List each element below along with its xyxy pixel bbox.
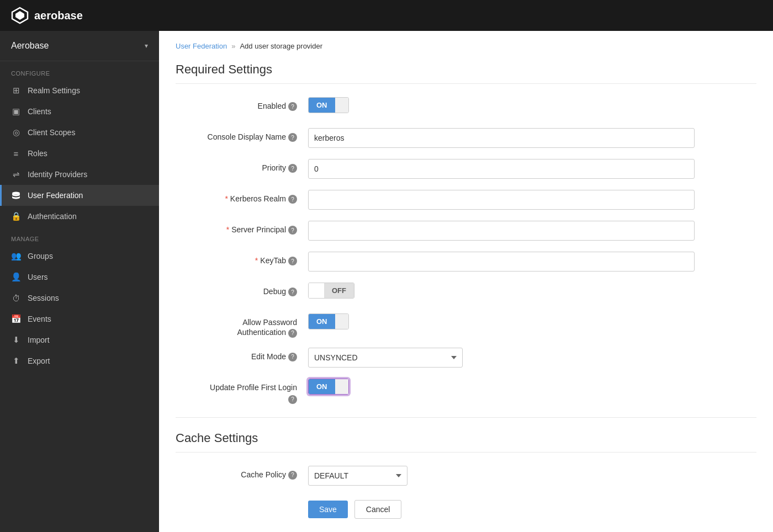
cache-policy-help-icon[interactable]: ? xyxy=(288,471,297,480)
cache-policy-label: Cache Policy ? xyxy=(176,466,308,480)
allow-password-auth-help-icon[interactable]: ? xyxy=(288,329,297,338)
form-row-enabled: Enabled ? ON xyxy=(176,97,756,118)
server-principal-label: * Server Principal ? xyxy=(176,221,308,235)
required-settings-title: Required Settings xyxy=(176,62,756,84)
priority-input[interactable] xyxy=(308,159,695,179)
enabled-toggle[interactable]: ON xyxy=(308,97,349,113)
svg-point-2 xyxy=(12,192,20,195)
form-row-keytab: * KeyTab ? xyxy=(176,252,756,273)
debug-toggle-off-label: OFF xyxy=(324,283,354,298)
buttons-spacer xyxy=(176,500,308,504)
allow-password-auth-toggle-on: ON xyxy=(309,314,335,329)
cache-policy-select[interactable]: DEFAULT EVICT_WEEKLY EVICT_DAILY MAX_LIF… xyxy=(308,466,407,486)
form-row-edit-mode: Edit Mode ? UNSYNCED READ_ONLY WRITABLE xyxy=(176,348,756,369)
sidebar-item-label: Identity Providers xyxy=(28,170,87,179)
allow-password-auth-toggle[interactable]: ON xyxy=(308,313,349,329)
sidebar-item-roles[interactable]: ≡ Roles xyxy=(0,143,159,164)
exchange-icon: ⇌ xyxy=(11,169,21,179)
edit-mode-select[interactable]: UNSYNCED READ_ONLY WRITABLE xyxy=(308,348,463,368)
sidebar-item-client-scopes[interactable]: ◎ Client Scopes xyxy=(0,122,159,143)
update-profile-help-icon[interactable]: ? xyxy=(288,395,297,404)
kerberos-realm-help-icon[interactable]: ? xyxy=(288,195,297,204)
logo-container: aerobase xyxy=(11,7,83,24)
kerberos-realm-input[interactable] xyxy=(308,190,695,210)
server-principal-input[interactable] xyxy=(308,221,695,241)
sidebar-item-groups[interactable]: 👥 Groups xyxy=(0,246,159,267)
main-layout: Aerobase ▾ Configure ⊞ Realm Settings ▣ … xyxy=(0,31,773,532)
logo-text: aerobase xyxy=(34,9,83,22)
sidebar-item-users[interactable]: 👤 Users xyxy=(0,267,159,288)
form-row-server-principal: * Server Principal ? xyxy=(176,221,756,242)
edit-mode-label: Edit Mode ? xyxy=(176,348,308,361)
sidebar-item-events[interactable]: 📅 Events xyxy=(0,308,159,329)
console-display-name-input[interactable] xyxy=(308,128,695,148)
sidebar-item-clients[interactable]: ▣ Clients xyxy=(0,101,159,122)
manage-section-label: Manage xyxy=(0,227,159,246)
download-icon: ⬇ xyxy=(11,335,21,345)
sidebar-item-import[interactable]: ⬇ Import xyxy=(0,329,159,350)
update-profile-first-login-toggle[interactable]: ON xyxy=(308,379,349,395)
breadcrumb: User Federation » Add user storage provi… xyxy=(159,31,773,57)
console-display-name-help-icon[interactable]: ? xyxy=(288,133,297,142)
sidebar-item-user-federation[interactable]: User Federation xyxy=(0,185,159,206)
breadcrumb-link[interactable]: User Federation xyxy=(176,42,227,50)
upload-icon: ⬆ xyxy=(11,356,21,366)
form-row-allow-password-auth: Allow Password Authentication ? ON xyxy=(176,313,756,338)
cache-settings-title: Cache Settings xyxy=(176,431,756,453)
debug-toggle[interactable]: OFF xyxy=(308,283,354,299)
required-asterisk: * xyxy=(225,194,227,203)
buttons-control: Save Cancel xyxy=(308,500,695,519)
content-area: User Federation » Add user storage provi… xyxy=(159,31,773,532)
cache-policy-control: DEFAULT EVICT_WEEKLY EVICT_DAILY MAX_LIF… xyxy=(308,466,695,486)
form-row-buttons: Save Cancel xyxy=(176,500,756,521)
priority-help-icon[interactable]: ? xyxy=(288,164,297,173)
enabled-label: Enabled ? xyxy=(176,97,308,111)
edit-mode-control: UNSYNCED READ_ONLY WRITABLE xyxy=(308,348,695,368)
allow-password-auth-toggle-off xyxy=(335,314,348,329)
keytab-input[interactable] xyxy=(308,252,695,272)
kerberos-realm-control xyxy=(308,190,695,210)
share-icon: ◎ xyxy=(11,127,21,137)
form-row-debug: Debug ? OFF xyxy=(176,283,756,304)
sidebar: Aerobase ▾ Configure ⊞ Realm Settings ▣ … xyxy=(0,31,159,532)
enabled-help-icon[interactable]: ? xyxy=(288,102,297,111)
realm-name: Aerobase xyxy=(11,41,49,51)
save-button[interactable]: Save xyxy=(308,501,348,518)
update-profile-toggle-on: ON xyxy=(309,379,335,394)
id-card-icon: ▣ xyxy=(11,107,21,116)
sidebar-item-export[interactable]: ⬆ Export xyxy=(0,350,159,371)
realm-selector[interactable]: Aerobase ▾ xyxy=(0,31,159,61)
sidebar-item-label: Events xyxy=(28,315,51,323)
users-icon: 👥 xyxy=(11,251,21,261)
keytab-control xyxy=(308,252,695,272)
sidebar-item-authentication[interactable]: 🔒 Authentication xyxy=(0,206,159,227)
required-asterisk: * xyxy=(226,225,229,234)
keytab-help-icon[interactable]: ? xyxy=(288,257,297,265)
sidebar-item-label: Realm Settings xyxy=(28,86,80,95)
sidebar-item-label: Export xyxy=(28,357,50,365)
debug-label: Debug ? xyxy=(176,283,308,296)
cancel-button[interactable]: Cancel xyxy=(354,500,402,519)
debug-help-icon[interactable]: ? xyxy=(288,288,297,296)
update-profile-first-login-label: Update Profile First Login ? xyxy=(176,379,308,404)
console-display-name-label: Console Display Name ? xyxy=(176,128,308,142)
allow-password-auth-control: ON xyxy=(308,313,695,329)
breadcrumb-current: Add user storage provider xyxy=(240,42,322,50)
server-principal-help-icon[interactable]: ? xyxy=(288,226,297,235)
sidebar-item-sessions[interactable]: ⏱ Sessions xyxy=(0,288,159,308)
configure-section-label: Configure xyxy=(0,61,159,80)
sidebar-item-label: Import xyxy=(28,336,50,344)
enabled-control: ON xyxy=(308,97,695,113)
lock-icon: 🔒 xyxy=(11,211,21,221)
sidebar-item-label: Groups xyxy=(28,252,53,260)
sidebar-item-label: Sessions xyxy=(28,294,59,302)
sidebar-item-realm-settings[interactable]: ⊞ Realm Settings xyxy=(0,80,159,101)
keytab-label: * KeyTab ? xyxy=(176,252,308,265)
sidebar-item-label: Clients xyxy=(28,107,51,116)
sidebar-item-identity-providers[interactable]: ⇌ Identity Providers xyxy=(0,164,159,185)
form-row-priority: Priority ? xyxy=(176,159,756,180)
update-profile-label-multiline: Update Profile First Login ? xyxy=(210,383,297,404)
clock-icon: ⏱ xyxy=(11,293,21,303)
database-icon xyxy=(11,190,21,200)
edit-mode-help-icon[interactable]: ? xyxy=(288,353,297,361)
